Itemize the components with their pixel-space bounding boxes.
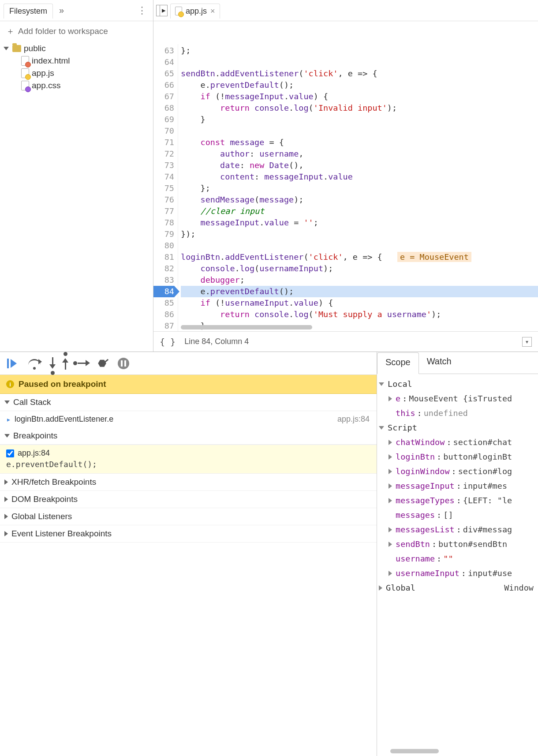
section-label: DOM Breakpoints — [11, 494, 78, 504]
scope-var-e[interactable]: e: MouseEvent {isTrusted — [379, 391, 536, 406]
caret-right-icon — [389, 542, 392, 547]
file-label: index.html — [32, 56, 70, 66]
scope-global[interactable]: Global Window — [379, 580, 536, 595]
close-tab-icon[interactable]: × — [210, 7, 215, 16]
folder-public[interactable]: public — [2, 42, 151, 55]
caret-right-icon — [4, 479, 8, 485]
section-label: Event Listener Breakpoints — [11, 529, 112, 539]
line-gutter[interactable]: 6364656667686970717273747576777879808182… — [153, 44, 178, 331]
sidebar-header: Filesystem » ⋮ — [0, 0, 153, 21]
pause-on-exceptions-button[interactable] — [118, 358, 129, 369]
file-html-icon — [21, 56, 29, 66]
scope-local[interactable]: Local — [379, 377, 536, 391]
file-label: app.css — [32, 81, 60, 90]
frame-name: loginBtn.addEventListener.e — [15, 415, 113, 424]
filesystem-tab[interactable]: Filesystem — [4, 4, 53, 19]
breakpoint-label: app.js:84 — [18, 449, 50, 458]
debugger-section[interactable]: Event Listener Breakpoints — [0, 525, 377, 543]
tab-watch[interactable]: Watch — [419, 352, 460, 374]
file-app-css[interactable]: app.css — [2, 79, 151, 92]
debugger-section[interactable]: Global Listeners — [0, 508, 377, 525]
caret-right-icon — [389, 396, 392, 401]
caret-down-icon — [4, 434, 10, 438]
section-label: Breakpoints — [13, 431, 57, 441]
step-button[interactable] — [78, 363, 86, 364]
caret-right-icon — [389, 571, 392, 576]
add-folder-label: Add folder to workspace — [18, 26, 108, 36]
scope-var[interactable]: username: "" — [379, 551, 536, 566]
section-label: Call Stack — [13, 397, 51, 407]
caret-right-icon — [389, 527, 392, 532]
scope-horizontal-scrollbar[interactable] — [390, 749, 525, 754]
scope-label: Global — [386, 580, 415, 595]
breakpoint-checkbox[interactable] — [6, 449, 14, 457]
scope-var[interactable]: messagesList: div#messag — [379, 522, 536, 537]
frame-location: app.js:84 — [337, 415, 370, 424]
step-into-button[interactable] — [52, 357, 53, 370]
editor-tabbar: ▸ app.js × — [153, 0, 538, 21]
folder-label: public — [24, 44, 46, 53]
caret-down-icon — [4, 400, 10, 404]
caret-right-icon — [379, 585, 382, 591]
file-tree: public index.html app.js app.css — [0, 41, 153, 93]
scope-pane: Scope Watch Local e: MouseEvent {isTrust… — [377, 352, 538, 756]
overflow-tabs-icon[interactable]: » — [59, 5, 64, 15]
toggle-sidebar-icon[interactable]: ▸ — [156, 5, 168, 16]
cursor-position: Line 84, Column 4 — [184, 337, 249, 346]
paused-banner: i Paused on breakpoint — [0, 375, 377, 394]
code-area[interactable]: 6364656667686970717273747576777879808182… — [153, 21, 538, 331]
code-lines[interactable]: };sendBtn.addEventListener('click', e =>… — [178, 44, 538, 331]
scope-label: Local — [388, 377, 412, 391]
scope-var[interactable]: messageInput: input#mes — [379, 479, 536, 493]
resume-button[interactable] — [11, 359, 17, 368]
file-js-icon — [21, 68, 29, 78]
scope-var[interactable]: usernameInput: input#use — [379, 566, 536, 580]
debugger-section[interactable]: XHR/fetch Breakpoints — [0, 474, 377, 491]
add-folder-button[interactable]: ＋ Add folder to workspace — [0, 21, 153, 41]
sidebar-menu-icon[interactable]: ⋮ — [134, 5, 149, 16]
filesystem-sidebar: Filesystem » ⋮ ＋ Add folder to workspace… — [0, 0, 153, 352]
caret-right-icon — [4, 531, 8, 536]
call-stack-frame[interactable]: ▸ loginBtn.addEventListener.e app.js:84 — [0, 411, 377, 427]
debugger-section[interactable]: DOM Breakpoints — [0, 491, 377, 508]
pretty-print-icon[interactable]: { } — [160, 337, 176, 347]
editor-horizontal-scrollbar[interactable] — [181, 325, 536, 331]
caret-right-icon — [389, 469, 392, 474]
caret-right-icon — [389, 483, 392, 489]
statusbar-dropdown-icon[interactable]: ▾ — [522, 337, 532, 347]
scope-var[interactable]: messageTypes: {LEFT: "le — [379, 493, 536, 508]
breakpoint-item[interactable]: app.js:84 e.preventDefault(); — [0, 445, 377, 474]
info-icon: i — [6, 380, 14, 388]
section-label: XHR/fetch Breakpoints — [11, 477, 96, 487]
section-label: Global Listeners — [11, 512, 72, 521]
scope-var[interactable]: messages: [] — [379, 508, 536, 522]
paused-text: Paused on breakpoint — [19, 379, 106, 389]
call-stack-header[interactable]: Call Stack — [0, 394, 377, 411]
plus-icon: ＋ — [6, 26, 15, 37]
scope-var[interactable]: loginBtn: button#loginBt — [379, 449, 536, 464]
file-index-html[interactable]: index.html — [2, 55, 151, 67]
caret-right-icon — [389, 454, 392, 460]
caret-right-icon — [4, 514, 8, 519]
file-app-js[interactable]: app.js — [2, 67, 151, 79]
editor-statusbar: { } Line 84, Column 4 ▾ — [153, 331, 538, 352]
step-out-button[interactable] — [65, 357, 66, 370]
deactivate-breakpoints-button[interactable]: ⬣ — [98, 358, 106, 369]
tab-app-js[interactable]: app.js × — [170, 4, 220, 19]
file-js-icon — [175, 7, 182, 15]
caret-down-icon — [379, 382, 384, 386]
current-frame-icon: ▸ — [7, 416, 10, 423]
scope-var[interactable]: sendBtn: button#sendBtn — [379, 537, 536, 551]
scope-tree[interactable]: Local e: MouseEvent {isTrusted this: und… — [377, 374, 538, 598]
scope-var[interactable]: chatWindow: section#chat — [379, 435, 536, 449]
tab-scope[interactable]: Scope — [377, 352, 419, 374]
step-over-button[interactable] — [28, 359, 41, 368]
breakpoint-code: e.preventDefault(); — [6, 458, 370, 469]
scope-script[interactable]: Script — [379, 420, 536, 435]
global-value: Window — [504, 580, 536, 595]
breakpoints-header[interactable]: Breakpoints — [0, 427, 377, 445]
scope-var[interactable]: loginWindow: section#log — [379, 464, 536, 479]
scope-var-this[interactable]: this: undefined — [379, 406, 536, 420]
caret-right-icon — [4, 497, 8, 502]
caret-down-icon — [4, 47, 9, 50]
